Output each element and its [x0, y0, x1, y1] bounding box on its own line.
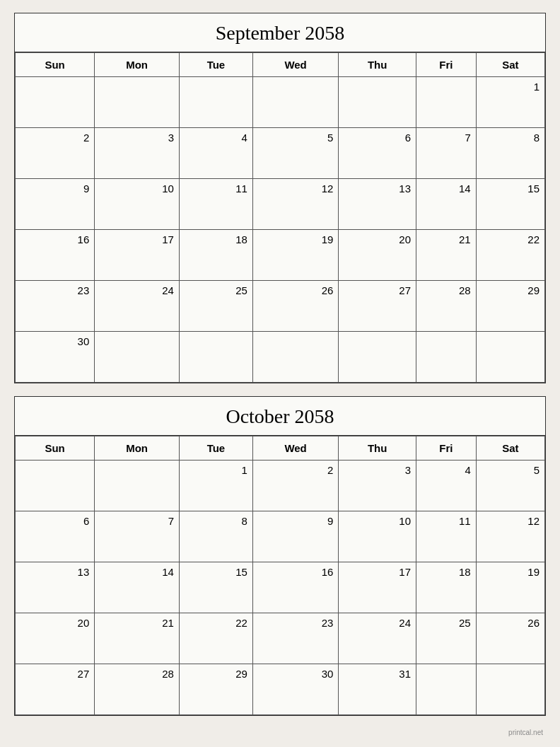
- calendar-day: [95, 332, 180, 383]
- calendar-day: 5: [476, 461, 544, 511]
- calendar-day: [179, 77, 252, 128]
- calendar-day: 17: [339, 562, 416, 613]
- calendar-day: 21: [416, 230, 477, 281]
- calendar-day: 4: [179, 128, 252, 179]
- calendar-day: [476, 664, 544, 715]
- col-header-fri: Fri: [416, 436, 477, 461]
- september-title: September 2058: [15, 13, 545, 52]
- calendar-day: 2: [16, 128, 95, 179]
- calendar-day: 26: [476, 613, 544, 664]
- calendar-day: 13: [16, 562, 95, 613]
- calendar-day: [95, 461, 180, 511]
- calendar-day: 24: [339, 613, 416, 664]
- calendar-day: 11: [416, 511, 477, 562]
- calendar-day: [95, 77, 180, 128]
- calendar-day: [416, 664, 477, 715]
- calendar-day: [252, 332, 338, 383]
- calendar-day: 28: [416, 281, 477, 332]
- calendar-day: [16, 461, 95, 511]
- calendar-day: 10: [95, 179, 180, 230]
- calendar-day: 1: [476, 77, 544, 128]
- calendar-day: 11: [179, 179, 252, 230]
- calendar-day: 14: [416, 179, 477, 230]
- calendar-day: 10: [339, 511, 416, 562]
- calendar-day: 3: [339, 461, 416, 511]
- calendar-day: 15: [179, 562, 252, 613]
- calendar-day: 8: [476, 128, 544, 179]
- calendar-day: 25: [179, 281, 252, 332]
- calendar-day: [416, 332, 477, 383]
- col-header-wed: Wed: [252, 53, 338, 77]
- col-header-tue: Tue: [179, 436, 252, 461]
- calendar-day: 19: [476, 562, 544, 613]
- col-header-sat: Sat: [476, 436, 544, 461]
- calendar-day: 30: [252, 664, 338, 715]
- calendar-day: 27: [16, 664, 95, 715]
- calendar-day: [179, 332, 252, 383]
- calendar-day: 7: [95, 511, 180, 562]
- calendar-day: [476, 332, 544, 383]
- calendar-day: 26: [252, 281, 338, 332]
- calendar-day: 17: [95, 230, 180, 281]
- calendar-day: 23: [16, 281, 95, 332]
- calendar-day: [16, 77, 95, 128]
- col-header-thu: Thu: [339, 436, 416, 461]
- calendar-day: 3: [95, 128, 180, 179]
- calendar-day: 15: [476, 179, 544, 230]
- calendar-day: 23: [252, 613, 338, 664]
- calendar-day: 13: [339, 179, 416, 230]
- calendar-day: 29: [179, 664, 252, 715]
- calendar-day: 12: [252, 179, 338, 230]
- calendar-day: 30: [16, 332, 95, 383]
- calendar-day: [252, 77, 338, 128]
- calendar-day: 18: [179, 230, 252, 281]
- col-header-sat: Sat: [476, 53, 544, 77]
- september-calendar: September 2058 Sun Mon Tue Wed Thu Fri S…: [14, 13, 546, 383]
- calendar-day: 2: [252, 461, 338, 511]
- calendar-day: 6: [16, 511, 95, 562]
- calendar-day: 9: [16, 179, 95, 230]
- calendar-day: 16: [16, 230, 95, 281]
- calendar-day: [416, 77, 477, 128]
- calendar-day: 27: [339, 281, 416, 332]
- col-header-fri: Fri: [416, 53, 477, 77]
- calendar-day: 24: [95, 281, 180, 332]
- calendar-day: 22: [476, 230, 544, 281]
- calendar-day: 25: [416, 613, 477, 664]
- calendar-day: 4: [416, 461, 477, 511]
- calendar-day: 18: [416, 562, 477, 613]
- calendar-day: 29: [476, 281, 544, 332]
- calendar-day: 8: [179, 511, 252, 562]
- calendar-day: 20: [339, 230, 416, 281]
- calendar-day: [339, 332, 416, 383]
- calendar-day: 20: [16, 613, 95, 664]
- calendar-day: 19: [252, 230, 338, 281]
- col-header-thu: Thu: [339, 53, 416, 77]
- col-header-mon: Mon: [95, 53, 180, 77]
- calendar-day: 1: [179, 461, 252, 511]
- calendar-day: 5: [252, 128, 338, 179]
- october-title: October 2058: [15, 397, 545, 436]
- col-header-sun: Sun: [16, 436, 95, 461]
- calendar-day: 14: [95, 562, 180, 613]
- calendar-day: 6: [339, 128, 416, 179]
- calendar-day: 21: [95, 613, 180, 664]
- watermark: printcal.net: [14, 729, 546, 736]
- calendar-day: 12: [476, 511, 544, 562]
- calendar-day: [339, 77, 416, 128]
- calendar-day: 28: [95, 664, 180, 715]
- october-calendar: October 2058 Sun Mon Tue Wed Thu Fri Sat…: [14, 396, 546, 716]
- col-header-wed: Wed: [252, 436, 338, 461]
- col-header-sun: Sun: [16, 53, 95, 77]
- col-header-mon: Mon: [95, 436, 180, 461]
- calendar-day: 22: [179, 613, 252, 664]
- col-header-tue: Tue: [179, 53, 252, 77]
- calendar-day: 7: [416, 128, 477, 179]
- calendar-day: 31: [339, 664, 416, 715]
- calendar-day: 16: [252, 562, 338, 613]
- calendar-day: 9: [252, 511, 338, 562]
